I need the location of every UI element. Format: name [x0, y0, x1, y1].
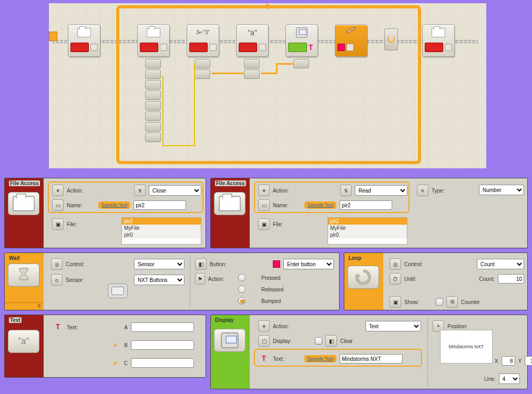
- panel-title: Text: [9, 317, 22, 323]
- wait-block[interactable]: [335, 24, 367, 57]
- sensor-select[interactable]: NXT Buttons: [134, 275, 185, 285]
- file-close-block-end[interactable]: [422, 24, 455, 57]
- text-concat-block[interactable]: "a": [236, 24, 269, 57]
- c-label: C: [120, 360, 128, 366]
- line-select[interactable]: 4: [499, 373, 520, 384]
- name-label: Name:: [67, 203, 95, 208]
- y-input[interactable]: [525, 356, 532, 366]
- file-access-close-sidebar: File Access: [5, 178, 44, 248]
- text-b-input[interactable]: [131, 340, 194, 350]
- control-label: Control:: [66, 261, 94, 267]
- textconcat-label: "a": [237, 25, 268, 41]
- file-list[interactable]: pir2 MyFile pir0: [328, 217, 407, 245]
- loop-sidebar: Loop: [344, 253, 383, 310]
- control-select[interactable]: Sensor: [134, 259, 185, 269]
- action-label: Action:: [273, 188, 301, 194]
- clear-checkbox[interactable]: [315, 337, 322, 345]
- program-canvas[interactable]: 3↵"3" "a" T: [49, 3, 486, 168]
- text-panel: Text "a" T Text: A ✚ B ✚ C: [4, 315, 206, 378]
- type-label: Type:: [432, 188, 460, 194]
- action-icon: ✶: [258, 320, 270, 332]
- count-input[interactable]: [498, 274, 524, 284]
- loop-control-handle[interactable]: [384, 28, 398, 50]
- file-list-item-selected[interactable]: pir2: [122, 218, 201, 225]
- sample-text-link[interactable]: Sample Text: [304, 355, 336, 362]
- file-list-item[interactable]: pir0: [328, 231, 407, 238]
- sample-text-link[interactable]: Sample Text: [304, 201, 336, 209]
- action-type-icon: ↯: [134, 185, 146, 196]
- until-label: Until:: [404, 276, 433, 282]
- position-label: Position:: [447, 324, 479, 329]
- name-input[interactable]: [340, 200, 392, 210]
- loop-icon: [387, 35, 395, 43]
- action-icon: ⚑: [195, 273, 205, 285]
- action-icon: ✶: [258, 185, 270, 196]
- panel-title: File Access: [215, 180, 246, 186]
- display-panel: Display ✶ Action: Text ▢ Display: ◧ Clea…: [210, 315, 528, 389]
- file-list-item-selected[interactable]: pir2: [328, 218, 407, 225]
- num2text-datahub[interactable]: [195, 58, 211, 80]
- clear-label: Clear: [340, 338, 353, 344]
- text-big-icon: "a": [8, 330, 39, 353]
- radio-label: Released: [261, 287, 283, 292]
- radio-label: Bumped: [261, 298, 281, 304]
- display-block[interactable]: T: [285, 24, 318, 57]
- file-label: File:: [67, 221, 95, 227]
- action-type-icon: ↯: [340, 185, 352, 196]
- name-input[interactable]: [134, 200, 186, 210]
- display-label: Display:: [273, 338, 301, 344]
- file-read-block[interactable]: [137, 24, 170, 57]
- hourglass-icon: [8, 264, 39, 287]
- text-sidebar: Text "a": [5, 315, 44, 377]
- action-select[interactable]: Read: [355, 185, 407, 196]
- textconcat-datahub[interactable]: [244, 58, 261, 80]
- action-label: Action:: [208, 276, 232, 282]
- display-text-input[interactable]: [340, 354, 403, 363]
- data-wire-number: [162, 145, 195, 146]
- action-select[interactable]: Close: [149, 185, 201, 196]
- radio-pressed[interactable]: Pressed: [238, 272, 283, 284]
- action-select[interactable]: Text: [365, 321, 421, 331]
- radio-label: Pressed: [261, 275, 281, 281]
- panel-title: Display: [215, 317, 234, 323]
- text-label: Text:: [273, 356, 301, 362]
- counter-label: Counter: [461, 299, 480, 305]
- number-to-text-block[interactable]: 3↵"3": [187, 24, 219, 57]
- type-select[interactable]: Number: [479, 185, 524, 195]
- file-access-read-panel: File Access ✶ Action: ↯ Read ▭ Name: Sam…: [210, 178, 528, 248]
- text-label: Text:: [67, 325, 95, 330]
- text-c-input[interactable]: [131, 358, 194, 368]
- x-input[interactable]: [502, 356, 515, 366]
- file-read-datahub[interactable]: [145, 58, 162, 143]
- name-icon: ▭: [258, 199, 270, 211]
- display-big-icon: [214, 329, 245, 352]
- count-label: Count:: [479, 276, 495, 282]
- counter-checkbox[interactable]: [436, 298, 443, 306]
- control-select[interactable]: Count: [477, 259, 524, 269]
- wait-sidebar: Wait 0: [5, 253, 44, 310]
- panel-title: Loop: [349, 255, 361, 261]
- show-icon: ▣: [390, 296, 401, 308]
- divider: [190, 255, 190, 308]
- control-label: Control:: [404, 261, 433, 267]
- y-label: Y: [518, 358, 522, 364]
- panel-title: File Access: [9, 180, 40, 186]
- file-list-item[interactable]: pir0: [122, 231, 201, 238]
- file-close-block-outer[interactable]: [68, 24, 100, 57]
- radio-released[interactable]: Released: [238, 284, 283, 295]
- data-wire-text1: [212, 73, 243, 74]
- display-datahub[interactable]: [293, 58, 310, 69]
- position-preview[interactable]: Mindstorms NXT: [440, 330, 493, 363]
- wait-counter: 0: [5, 302, 44, 310]
- b-label: B: [120, 342, 128, 348]
- start-handle[interactable]: [49, 32, 57, 41]
- file-list-item[interactable]: MyFile: [122, 225, 201, 231]
- button-color-icon: [273, 260, 280, 268]
- text-a-input[interactable]: [131, 322, 194, 332]
- sample-text-link[interactable]: Sample Text: [98, 201, 130, 209]
- file-list[interactable]: pir2 MyFile pir0: [121, 217, 201, 245]
- button-select[interactable]: Enter button: [283, 259, 334, 269]
- radio-bumped[interactable]: Bumped: [238, 295, 283, 307]
- data-wire-text2: [261, 73, 277, 74]
- file-list-item[interactable]: MyFile: [328, 225, 407, 231]
